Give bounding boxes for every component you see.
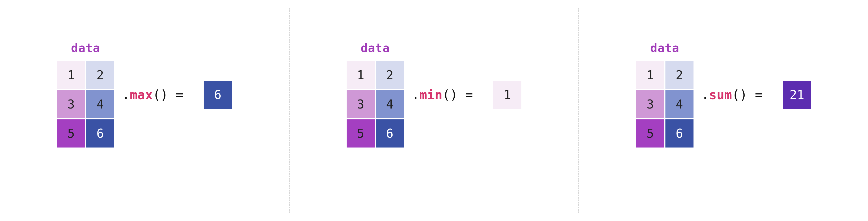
- cell-0-1: 2: [375, 60, 404, 90]
- cell-1-0: 3: [56, 90, 86, 119]
- cell-1-1: 4: [665, 90, 694, 119]
- result-cell: 1: [493, 80, 522, 109]
- data-title: data: [71, 41, 100, 55]
- op-fn: min: [420, 87, 442, 102]
- cell-0-1: 2: [86, 60, 115, 90]
- op-row: .min() = 1: [412, 80, 522, 109]
- cell-2-1: 6: [86, 119, 115, 148]
- cell-0-0: 1: [636, 60, 665, 90]
- cell-1-0: 3: [346, 90, 375, 119]
- op-row: .sum() = 21: [702, 80, 812, 109]
- cell-2-1: 6: [665, 119, 694, 148]
- panel-min: data 1 2 3 4 5 6 .min() = 1: [290, 0, 579, 221]
- cell-1-0: 3: [636, 90, 665, 119]
- op-paren: (): [442, 87, 458, 102]
- cell-1-1: 4: [375, 90, 404, 119]
- op-dot: .: [702, 87, 709, 102]
- data-grid: 1 2 3 4 5 6: [636, 60, 694, 148]
- cell-2-1: 6: [375, 119, 404, 148]
- data-grid: 1 2 3 4 5 6: [56, 60, 115, 148]
- cell-0-0: 1: [56, 60, 86, 90]
- op-text: .sum() =: [702, 87, 770, 102]
- cell-0-0: 1: [346, 60, 375, 90]
- data-block: data 1 2 3 4 5 6: [56, 41, 115, 148]
- op-text: .max() =: [122, 87, 191, 102]
- cell-1-1: 4: [86, 90, 115, 119]
- panel-sum: data 1 2 3 4 5 6 .sum() = 21: [579, 0, 868, 221]
- cell-2-0: 5: [346, 119, 375, 148]
- op-eq: =: [168, 87, 191, 102]
- op-text: .min() =: [412, 87, 480, 102]
- result-cell: 6: [203, 80, 232, 109]
- cell-0-1: 2: [665, 60, 694, 90]
- data-block: data 1 2 3 4 5 6: [636, 41, 694, 148]
- result-cell: 21: [782, 80, 812, 109]
- op-fn: max: [130, 87, 153, 102]
- data-block: data 1 2 3 4 5 6: [346, 41, 404, 148]
- op-row: .max() = 6: [122, 80, 232, 109]
- op-dot: .: [122, 87, 130, 102]
- op-eq: =: [458, 87, 480, 102]
- op-fn: sum: [709, 87, 732, 102]
- data-grid: 1 2 3 4 5 6: [346, 60, 404, 148]
- cell-2-0: 5: [636, 119, 665, 148]
- data-title: data: [650, 41, 679, 55]
- op-eq: =: [747, 87, 770, 102]
- op-paren: (): [732, 87, 747, 102]
- op-paren: (): [153, 87, 168, 102]
- diagram-canvas: data 1 2 3 4 5 6 .max() = 6 data 1 2 3: [0, 0, 868, 221]
- panel-max: data 1 2 3 4 5 6 .max() = 6: [0, 0, 289, 221]
- op-dot: .: [412, 87, 420, 102]
- cell-2-0: 5: [56, 119, 86, 148]
- data-title: data: [361, 41, 390, 55]
